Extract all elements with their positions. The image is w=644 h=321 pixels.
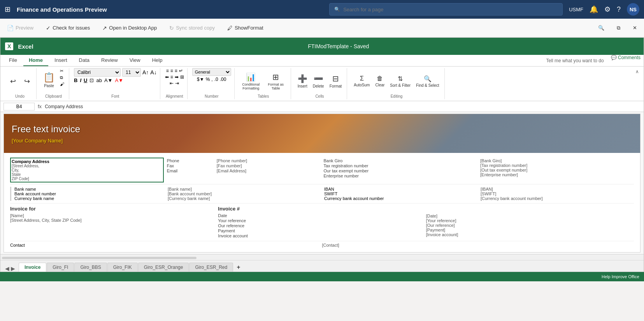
- invoice-account-label: Invoice account: [218, 233, 265, 238]
- close-button[interactable]: ✕: [630, 23, 639, 32]
- indent-more-button[interactable]: ⇥: [175, 81, 179, 86]
- border-button[interactable]: ⊡: [89, 77, 94, 83]
- date-value: [Date]: [426, 214, 634, 218]
- align-top-right-button[interactable]: ≡: [175, 68, 177, 74]
- wrap-text-button[interactable]: ↵: [179, 68, 183, 74]
- company-address-cell[interactable]: Company Address [Street Address, City, S…: [10, 158, 164, 182]
- bank-giro-value: [Bank Giro]: [480, 158, 631, 163]
- search-bar[interactable]: 🔍: [329, 3, 563, 16]
- tab-next-button[interactable]: ▶: [11, 265, 15, 272]
- align-center-button[interactable]: ≡: [170, 74, 173, 80]
- insert-cells-button[interactable]: ➕ Insert: [296, 73, 309, 89]
- tab-help[interactable]: Help: [147, 55, 168, 66]
- autosum-button[interactable]: Σ AutoSum: [352, 74, 372, 88]
- settings-icon[interactable]: ⚙: [604, 5, 611, 14]
- top-navigation: ⊞ Finance and Operations Preview 🔍 USMF …: [0, 0, 644, 19]
- number-format-select[interactable]: General: [192, 68, 231, 76]
- percent-button[interactable]: %: [206, 77, 210, 82]
- font-name-select[interactable]: Calibri: [74, 68, 121, 77]
- copy-button[interactable]: ⧉: [58, 75, 66, 81]
- comma-button[interactable]: ,: [211, 77, 212, 82]
- open-desktop-button[interactable]: ↗ Open in Desktop App: [100, 23, 159, 33]
- decrease-font-button[interactable]: A↓: [150, 69, 156, 75]
- sort-filter-button[interactable]: ⇅ Sort & Filter: [388, 74, 412, 89]
- horizontal-scrollbar[interactable]: [0, 254, 644, 260]
- tab-review[interactable]: Review: [96, 55, 123, 66]
- clear-button[interactable]: 🗑 Clear: [373, 74, 386, 88]
- cell-reference-input[interactable]: [4, 103, 35, 111]
- check-issues-button[interactable]: ✓ Check for issues: [44, 23, 92, 33]
- tell-me-bar[interactable]: Tell me what you want to do: [546, 55, 604, 66]
- cut-icon: ✂: [60, 68, 63, 74]
- address-line-4: ZIP Code]: [12, 177, 162, 181]
- sheet-tab-giro-esr-orange[interactable]: Giro_ESR_Orange: [138, 263, 189, 272]
- tab-data[interactable]: Data: [74, 55, 95, 66]
- sync-button[interactable]: ↻ Sync stored copy: [167, 23, 217, 33]
- excel-file-title: FTIModTemplate - Saved: [308, 43, 369, 49]
- tax-exempt-value: [Out tax exempt number]: [480, 168, 631, 172]
- align-top-left-button[interactable]: ≡: [166, 68, 169, 74]
- ribbon-collapse-button[interactable]: ∧: [634, 68, 640, 99]
- redo-button[interactable]: ↪: [21, 76, 33, 87]
- paste-button[interactable]: 📋 Paste: [41, 68, 57, 91]
- font-size-select[interactable]: 11: [122, 68, 141, 77]
- sheet-tab-giro-fik[interactable]: Giro_FIK: [107, 263, 138, 272]
- ribbon-group-number: General $▼ % , .0 .00 Number: [189, 68, 235, 99]
- your-ref-row: Your reference: [218, 218, 426, 223]
- scroll-thumb[interactable]: [2, 257, 197, 259]
- increase-decimal-button[interactable]: .00: [220, 77, 226, 82]
- strikethrough-button[interactable]: ab: [96, 77, 102, 83]
- decrease-decimal-button[interactable]: .0: [214, 77, 218, 82]
- italic-button[interactable]: I: [80, 77, 81, 83]
- add-sheet-button[interactable]: +: [233, 264, 243, 271]
- find-select-button[interactable]: 🔍 Find & Select: [414, 74, 441, 89]
- tab-prev-button[interactable]: ◀: [5, 265, 9, 272]
- preview-button[interactable]: 📄 Preview: [5, 23, 36, 33]
- phone-row: Phone [Phone number]: [167, 158, 318, 163]
- highlight-color-button[interactable]: A▼: [104, 77, 113, 83]
- help-improve-text[interactable]: Help Improve Office: [602, 274, 639, 279]
- search-input[interactable]: [343, 7, 558, 12]
- check-icon: ✓: [46, 25, 51, 31]
- tab-home[interactable]: Home: [23, 55, 48, 66]
- tab-insert[interactable]: Insert: [49, 55, 73, 66]
- bell-icon[interactable]: 🔔: [590, 5, 598, 14]
- iban-col: IBAN SWIFT Currency bank account number: [321, 187, 477, 201]
- delete-cells-button[interactable]: ➖ Delete: [311, 73, 326, 89]
- align-left-button[interactable]: ⬅: [165, 74, 169, 80]
- conditional-formatting-button[interactable]: 📊 Conditional Formatting: [239, 71, 263, 91]
- avatar[interactable]: NS: [627, 3, 639, 16]
- tab-view[interactable]: View: [124, 55, 146, 66]
- grid-icon[interactable]: ⊞: [5, 5, 11, 14]
- indent-less-button[interactable]: ⇤: [170, 81, 174, 86]
- align-top-center-button[interactable]: ≡: [170, 68, 173, 74]
- restore-button[interactable]: ⧉: [614, 23, 623, 33]
- currency-button[interactable]: $▼: [197, 77, 204, 82]
- cut-button[interactable]: ✂: [58, 68, 66, 74]
- sort-icon: ⇅: [398, 75, 403, 82]
- format-as-table-button[interactable]: ⊞ Format as Table: [264, 71, 288, 91]
- undo-button[interactable]: ↩: [7, 76, 19, 87]
- merge-center-button[interactable]: ⊞: [180, 74, 184, 80]
- sheet-tab-giro-esr-red[interactable]: Giro_ESR_Red: [189, 263, 233, 272]
- format-cells-button[interactable]: ⊟ Format: [328, 73, 344, 89]
- show-format-button[interactable]: 🖊 ShowFormat: [225, 23, 266, 33]
- enterprise-value: [Enterprise number]: [480, 172, 631, 177]
- sheet-tab-invoice[interactable]: Invoice: [19, 263, 46, 272]
- comments-button[interactable]: 💬 Comments: [611, 55, 640, 66]
- paste-icon: 📋: [43, 72, 55, 83]
- font-color-button[interactable]: A▼: [115, 77, 123, 83]
- increase-font-button[interactable]: A↑: [142, 69, 149, 75]
- page-search-button[interactable]: 🔍: [596, 23, 607, 32]
- format-cells-icon: ⊟: [332, 74, 339, 83]
- help-icon[interactable]: ?: [617, 5, 621, 14]
- font-content: Calibri 11 A↑ A↓ B I U ⊡ ab A: [74, 68, 157, 94]
- align-right-button[interactable]: ➡: [175, 74, 179, 80]
- tab-file[interactable]: File: [4, 55, 23, 66]
- sheet-tab-giro-fi[interactable]: Giro_FI: [47, 263, 74, 272]
- format-painter-button[interactable]: 🖌: [58, 81, 66, 87]
- formula-content: Company Address: [45, 104, 640, 109]
- sheet-tab-giro-bbs[interactable]: Giro_BBS: [74, 263, 107, 272]
- bold-button[interactable]: B: [74, 77, 77, 83]
- underline-button[interactable]: U: [84, 77, 87, 83]
